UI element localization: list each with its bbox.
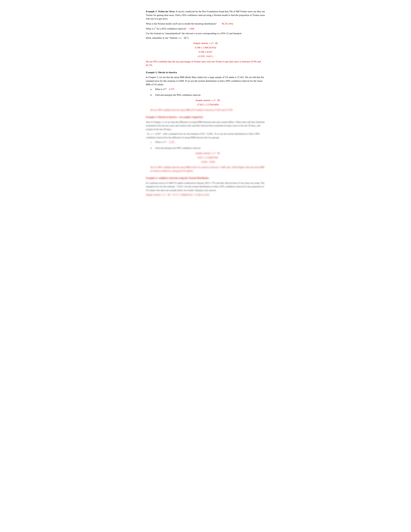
example2-part-b: b. Find and interpret the 99% confidence… [150,93,265,112]
example1-section: Example 1: Twitter for News: A survey co… [146,10,265,67]
example3-intro: Also in Chapter 3, we see that the diffe… [146,120,265,131]
example3-formula-line-2: 0.027 ± 2.236(0.036) [150,155,265,160]
example4-header: Example 4: confidence intervals using th… [146,176,265,180]
part-a-letter: a. [150,88,154,90]
example4-section: Example 4: confidence intervals using th… [146,176,265,197]
formula-line-2: 0.590 ± 1.960 (0.016) [146,46,265,50]
example1-header: Example 1: Twitter for News: A survey co… [146,10,265,21]
example1-title: Example 1: Twitter for News: [146,10,175,13]
example2-formula-line-1: Sample statistic ± z* · SE [150,98,265,103]
example2-formula-line-2: 27.655 ± 2.575(0.009) [150,103,265,107]
example4-title: Example 4: confidence intervals using th… [146,177,209,179]
example3-part-c: c. What is z*? 2.236 [150,140,265,144]
example1-q2: What is z* for a 95% confidence interval… [146,27,265,31]
example1-conclusion: We are 95% confident that the true perce… [146,60,265,67]
example3-formula-line-3: –0.054 – 0.054 [150,160,265,164]
example2-header: Example 2: Obesity in America [146,71,265,74]
example2-part-a: a. What is z*? 2.575 [150,87,265,91]
example1-formula: Sample statistic ± z* · SE 0.590 ± 1.960… [146,41,265,58]
example1-q2-label: What is z* for a 95% confidence interval… [146,28,188,30]
example1-q3-label: Use the formula to “unstandardized” the … [146,32,265,35]
formula-line-4: ( 0.559 , 0.621 ) [146,54,265,58]
example2-part-a-label: a. What is z*? 2.575 [150,87,265,91]
example3-part-c-label: c. What is z*? 2.236 [150,140,265,144]
example1-hint: (Hint, remember to use “Statistic ± z· ·… [146,36,265,40]
part-b-question: Find and interpret the 99% confidence in… [155,94,201,96]
example1-q1: What is the Normal model you'll use to m… [146,22,265,26]
example3-part-d: d. Find and interpret the 99% confidence… [150,146,265,173]
example3-part-d-label: d. Find and interpret the 99% confidence… [150,146,265,150]
part-a-question: What is z*? [155,88,168,90]
example2-section: Example 2: Obesity in America In Chapter… [146,71,265,112]
formula-line-3: 0.590 ± 0.031 [146,50,265,54]
part-b-letter: b. [150,94,155,96]
part-a-answer: 2.575 [169,88,174,90]
formula-line-1: Sample statistic ± z* · SE [146,41,265,46]
example1-q1-label: What is the Normal model you'll use to m… [146,22,216,25]
example1-q2-answer: 1.960 [189,28,194,30]
example3-conclusion: We are 99% confident that the mean BMI o… [150,165,265,173]
example3-title: Example 3: Obesity in America – two-samp… [146,116,203,118]
example2-intro: In Chapter 3, we see that the mean BMI (… [146,76,265,86]
example3-subtitle: x̄₁₋₂ = –0.027 with a standard error for… [146,132,265,139]
example3-section: Example 3: Obesity in America – two-samp… [146,115,265,173]
example3-header: Example 3: Obesity in America – two-samp… [146,115,265,119]
example1-q1-answer: N(.59,.016) [222,22,233,25]
example2-formula: Sample statistic ± z* · SE 27.655 ± 2.57… [150,98,265,107]
example2-part-b-label: b. Find and interpret the 99% confidence… [150,93,265,97]
example2-title: Example 2: Obesity in America [146,71,177,74]
example3-formula: Sample statistic ± z* · SE 0.027 ± 2.236… [150,151,265,164]
example4-formula: Sample statistic ± z* · SE = 0.17 ± 1.96… [146,193,265,197]
example2-conclusion: We are 99% confident that the mean BMI o… [150,108,265,112]
example4-intro: In a national survey of 1000 US adults c… [146,181,265,192]
example3-formula-line-1: Sample statistic ± z* · SE [150,151,265,155]
